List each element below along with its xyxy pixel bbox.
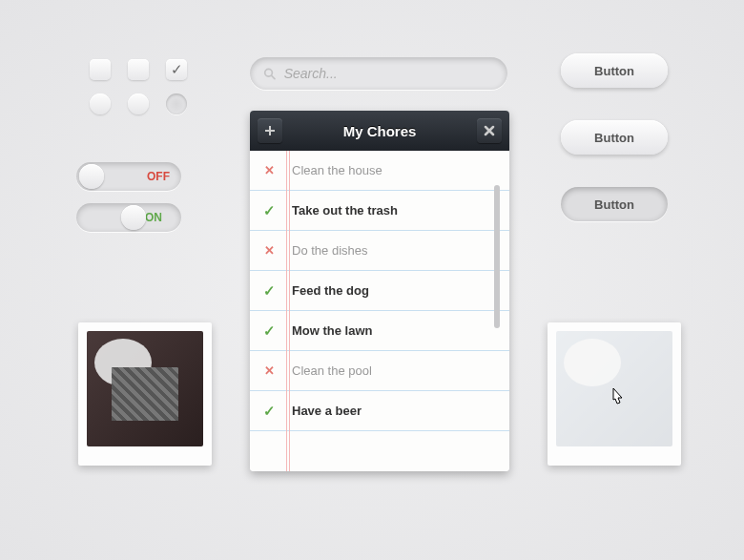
chores-list: ✕Clean the house✓Take out the trash✕Do t… [250, 151, 509, 471]
button-1[interactable]: Button [561, 53, 668, 88]
chores-panel: My Chores ✕Clean the house✓Take out the … [250, 111, 509, 471]
chores-title: My Chores [343, 123, 417, 139]
close-icon [484, 125, 495, 136]
chore-text: Mow the lawn [292, 323, 373, 338]
check-icon: ✓ [263, 282, 275, 300]
paper-margin-line [286, 151, 287, 471]
button-label: Button [594, 64, 634, 78]
check-icon: ✓ [263, 202, 275, 219]
radio-option-inset[interactable] [166, 93, 187, 114]
search-input[interactable] [284, 66, 494, 81]
checkbox-checked[interactable]: ✓ [166, 59, 187, 80]
check-icon: ✓ [263, 403, 275, 420]
svg-rect-3 [265, 130, 275, 132]
button-2[interactable]: Button [561, 120, 668, 155]
add-chore-button[interactable] [258, 118, 282, 143]
chore-text: Do the dishes [292, 243, 368, 258]
svg-line-1 [272, 75, 275, 78]
check-icon: ✓ [263, 322, 275, 340]
photo-thumbnail [556, 331, 672, 446]
radio-option-1[interactable] [90, 93, 111, 114]
radio-option-2[interactable] [128, 93, 149, 114]
svg-point-0 [265, 69, 273, 76]
search-field[interactable] [250, 57, 507, 90]
checkbox-empty-1[interactable] [90, 59, 111, 80]
x-icon: ✕ [263, 363, 275, 378]
x-icon: ✕ [263, 243, 275, 258]
chore-text: Have a beer [292, 404, 362, 418]
toggle-knob [121, 205, 146, 230]
close-chores-button[interactable] [477, 118, 502, 143]
x-icon: ✕ [263, 163, 275, 177]
paper-margin-line [289, 151, 290, 471]
button-3-pressed[interactable]: Button [561, 187, 668, 221]
button-label: Button [594, 197, 634, 212]
photo-thumbnail [87, 331, 203, 446]
chore-text: Clean the pool [292, 363, 372, 378]
toggle-on[interactable]: ON [76, 203, 181, 232]
checkbox-empty-2[interactable] [128, 59, 149, 80]
toggle-knob [79, 164, 104, 189]
toggle-on-label: ON [145, 211, 162, 224]
photo-frame-1[interactable] [78, 322, 212, 466]
scrollbar[interactable] [494, 185, 500, 328]
photo-frame-2-hover[interactable] [548, 322, 681, 466]
toggle-off-label: OFF [147, 170, 170, 183]
button-label: Button [594, 131, 634, 145]
plus-icon [264, 125, 276, 136]
chore-text: Feed the dog [292, 283, 369, 298]
toggle-off[interactable]: OFF [76, 162, 181, 191]
chore-text: Clean the house [292, 163, 382, 177]
chore-text: Take out the trash [292, 203, 398, 218]
search-icon [263, 67, 277, 81]
chores-header: My Chores [250, 111, 509, 151]
